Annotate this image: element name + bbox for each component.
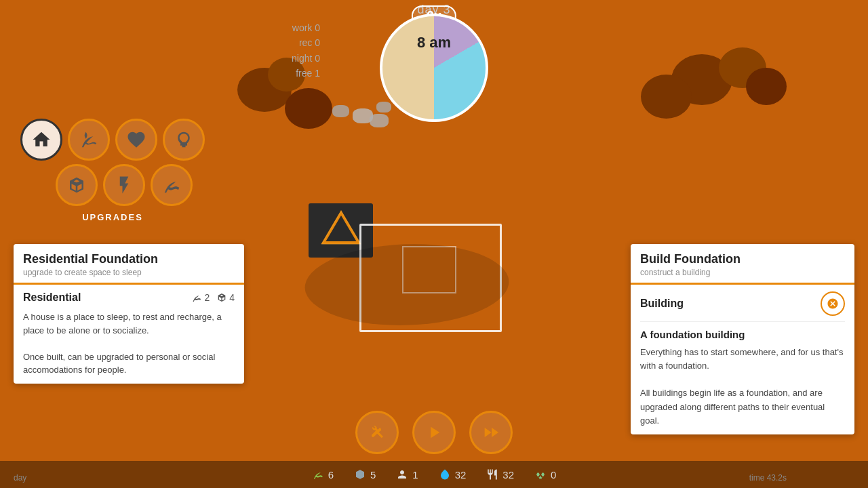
right-card-header: Build Foundation construct a building: [631, 244, 854, 285]
tree-decoration: [746, 68, 787, 105]
left-card-body: Residential 2 4 A house is a place to sl…: [14, 285, 244, 384]
category-leaf-icon[interactable]: [151, 164, 193, 206]
right-card-flavor-title: A foundation building: [640, 329, 845, 340]
right-card: Build Foundation construct a building Bu…: [631, 244, 854, 434]
category-box-icon[interactable]: [56, 164, 98, 206]
right-card-title: Build Foundation: [640, 252, 845, 266]
play-button[interactable]: [412, 411, 456, 454]
left-card-header: Residential Foundation upgrade to create…: [14, 244, 244, 285]
tree-resource: 2: [191, 292, 210, 303]
bottom-right-info: time 43.2s: [749, 473, 787, 483]
box-total: 5: [370, 469, 376, 481]
category-panel: UPGRADES: [20, 119, 205, 222]
people-total: 1: [412, 469, 418, 481]
category-house-icon[interactable]: [20, 119, 62, 161]
svg-marker-1: [322, 211, 360, 244]
left-card: Residential Foundation upgrade to create…: [14, 244, 244, 384]
stone-decoration: [376, 102, 391, 113]
right-card-description: Everything has to start somewhere, and f…: [640, 346, 845, 428]
left-card-description: A house is a place to sleep, to rest and…: [23, 310, 235, 377]
food-resource-bar: 32: [486, 468, 514, 481]
water-resource-bar: 32: [439, 468, 467, 481]
right-card-type: Building: [640, 298, 684, 310]
bottom-bar: 6 5 1 32 32 0 day time 43.2s: [0, 461, 868, 488]
box-resource-bar: 5: [354, 468, 376, 481]
bottom-controls: [355, 411, 513, 454]
people-resource-bar: 1: [396, 468, 418, 481]
category-heart-icon[interactable]: [115, 119, 157, 161]
bottom-left-info: day: [14, 473, 26, 483]
right-card-type-row: Building: [640, 291, 845, 322]
food-total: 32: [502, 469, 514, 481]
stone-decoration: [370, 114, 389, 127]
tree-decoration: [641, 75, 692, 119]
left-card-type: Residential: [23, 291, 81, 304]
tree-count: 2: [204, 292, 210, 303]
tree-decoration: [268, 58, 305, 92]
left-card-title: Residential Foundation: [23, 252, 235, 266]
icon-row-bottom: [20, 164, 205, 206]
right-card-subtitle: construct a building: [640, 268, 845, 277]
water-total: 32: [455, 469, 467, 481]
category-tree-icon[interactable]: [163, 119, 205, 161]
tree-resource-bar: 6: [312, 468, 334, 481]
category-nature-icon[interactable]: [68, 119, 110, 161]
svg-marker-0: [323, 213, 359, 243]
category-lightning-icon[interactable]: [103, 164, 145, 206]
left-card-subtitle: upgrade to create space to sleep: [23, 268, 235, 277]
cancel-button[interactable]: [821, 291, 845, 316]
icon-row-top: [20, 119, 205, 161]
stone-decoration: [332, 105, 349, 117]
box-resource: 4: [216, 292, 235, 303]
fast-forward-button[interactable]: [469, 411, 513, 454]
recycle-resource-bar: 0: [534, 468, 556, 481]
tree-decoration: [285, 88, 332, 129]
tree-total: 6: [328, 469, 334, 481]
resource-icons: 2 4: [191, 292, 235, 303]
recycle-total: 0: [551, 469, 556, 481]
box-count: 4: [229, 292, 235, 303]
right-card-body: Building A foundation building Everythin…: [631, 285, 854, 434]
left-card-type-row: Residential 2 4: [23, 291, 235, 304]
upgrades-label: UPGRADES: [20, 212, 205, 222]
build-button[interactable]: [355, 411, 399, 454]
